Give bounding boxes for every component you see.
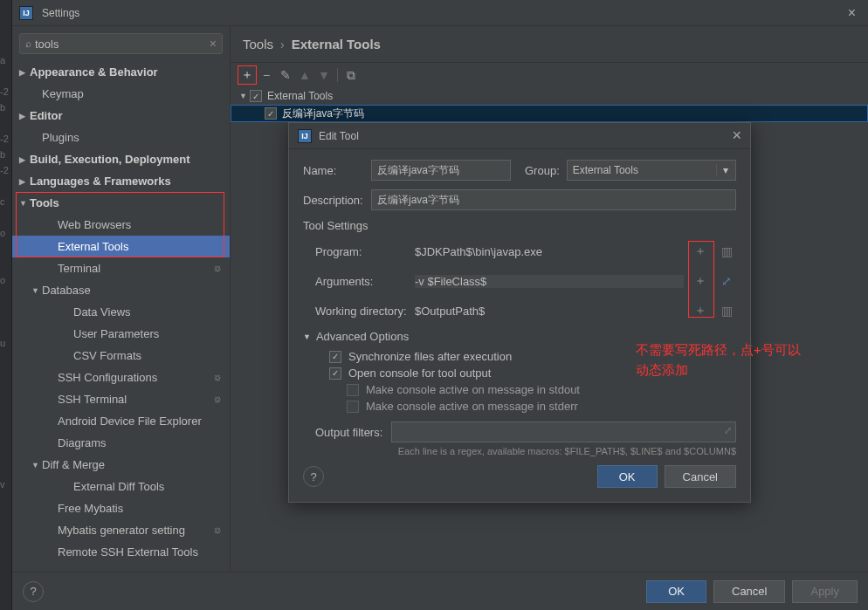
breadcrumb-root[interactable]: Tools bbox=[243, 37, 273, 51]
search-input[interactable] bbox=[35, 38, 210, 51]
program-insert-macro-button[interactable]: ＋ bbox=[691, 241, 710, 262]
sidebar-item-external-tools[interactable]: External Tools bbox=[12, 236, 230, 257]
sidebar-item-remote-ssh-external-tools[interactable]: Remote SSH External Tools bbox=[12, 541, 230, 563]
tree-item-label: User Parameters bbox=[73, 327, 159, 340]
dialog-ok-button[interactable]: OK bbox=[597, 465, 658, 488]
tree-item-label: Database bbox=[42, 284, 91, 297]
sidebar-item-terminal[interactable]: Terminal⛭ bbox=[12, 257, 230, 279]
breadcrumb: Tools › External Tools bbox=[231, 26, 868, 62]
copy-tool-button[interactable]: ⧉ bbox=[341, 65, 361, 85]
workdir-browse-button[interactable]: ▥ bbox=[717, 300, 736, 321]
group-checkbox[interactable]: ✓ bbox=[250, 90, 262, 102]
sidebar-item-free-mybatis[interactable]: Free Mybatis bbox=[12, 497, 230, 519]
sidebar-item-ssh-terminal[interactable]: SSH Terminal⛭ bbox=[12, 388, 230, 410]
settings-ok-button[interactable]: OK bbox=[646, 580, 706, 603]
description-input[interactable] bbox=[371, 189, 736, 210]
workdir-input[interactable]: $OutputPath$ bbox=[415, 305, 684, 318]
tool-item-label: 反编译java字节码 bbox=[282, 106, 364, 121]
sidebar-item-languages-frameworks[interactable]: ▶Languages & Frameworks bbox=[12, 170, 230, 192]
sidebar-item-android-device-file-explorer[interactable]: Android Device File Explorer bbox=[12, 410, 230, 432]
open-console-label: Open console for tool output bbox=[348, 367, 491, 380]
sidebar-item-external-diff-tools[interactable]: External Diff Tools bbox=[12, 476, 230, 497]
sidebar-item-appearance-behavior[interactable]: ▶Appearance & Behavior bbox=[12, 61, 230, 83]
program-input[interactable]: $JDKPath$\bin\javap.exe bbox=[415, 245, 684, 258]
tree-item-label: Plugins bbox=[42, 131, 79, 144]
help-button[interactable]: ? bbox=[23, 581, 44, 602]
annotation-text: 不需要写死路径，点+号可以动态添加 bbox=[636, 340, 801, 380]
tree-item-label: Languages & Frameworks bbox=[30, 175, 171, 188]
name-input[interactable] bbox=[371, 160, 511, 181]
sync-checkbox[interactable]: ✓ bbox=[329, 351, 341, 363]
dialog-help-button[interactable]: ? bbox=[303, 466, 324, 487]
program-browse-button[interactable]: ▥ bbox=[717, 241, 736, 262]
sidebar-item-plugins[interactable]: Plugins bbox=[12, 127, 230, 148]
sidebar-item-mybatis-generator-setting[interactable]: Mybatis generator setting⛭ bbox=[12, 519, 230, 541]
search-box[interactable]: ⌕ × bbox=[19, 33, 223, 54]
sidebar-item-user-parameters[interactable]: User Parameters bbox=[12, 323, 230, 345]
settings-cancel-button[interactable]: Cancel bbox=[713, 580, 785, 603]
tree-item-label: External Tools bbox=[58, 240, 128, 253]
workdir-label: Working directory: bbox=[303, 305, 408, 318]
chevron-down-icon: ▾ bbox=[716, 164, 734, 176]
settings-apply-button[interactable]: Apply bbox=[792, 580, 858, 603]
open-console-checkbox[interactable]: ✓ bbox=[329, 367, 341, 380]
tool-group-row[interactable]: ▼ ✓ External Tools bbox=[231, 87, 868, 105]
sidebar-item-ssh-configurations[interactable]: SSH Configurations⛭ bbox=[12, 367, 230, 388]
tree-item-label: Remote SSH External Tools bbox=[58, 545, 198, 559]
description-label: Description: bbox=[303, 194, 364, 207]
edit-tool-button[interactable]: ✎ bbox=[276, 65, 295, 85]
tree-item-label: Android Device File Explorer bbox=[58, 415, 202, 428]
clear-search-button[interactable]: × bbox=[210, 37, 217, 51]
arguments-insert-macro-button[interactable]: ＋ bbox=[691, 271, 710, 291]
scope-icon: ⛭ bbox=[213, 373, 223, 383]
sidebar-item-web-browsers[interactable]: Web Browsers bbox=[12, 214, 230, 236]
sidebar-item-database[interactable]: ▼Database bbox=[12, 279, 230, 301]
dialog-cancel-button[interactable]: Cancel bbox=[665, 465, 736, 488]
sidebar-item-diff-merge[interactable]: ▼Diff & Merge bbox=[12, 454, 230, 476]
scope-icon: ⛭ bbox=[213, 264, 223, 274]
move-up-button[interactable]: ▲ bbox=[295, 65, 314, 85]
sidebar-item-editor[interactable]: ▶Editor bbox=[12, 105, 230, 127]
tool-checkbox[interactable]: ✓ bbox=[265, 107, 277, 120]
name-label: Name: bbox=[303, 164, 364, 177]
edit-tool-dialog: IJ Edit Tool × Name: Group: External Too… bbox=[288, 122, 751, 503]
output-filters-label: Output filters: bbox=[315, 426, 382, 439]
tree-item-label: Data Views bbox=[73, 305, 131, 319]
expand-icon[interactable]: ⤢ bbox=[724, 425, 732, 436]
add-tool-button[interactable]: ＋ bbox=[238, 65, 257, 85]
sidebar-item-data-views[interactable]: Data Views bbox=[12, 301, 230, 323]
sidebar-item-tools[interactable]: ▼Tools bbox=[12, 192, 230, 214]
sidebar-item-build-execution-deployment[interactable]: ▶Build, Execution, Deployment bbox=[12, 148, 230, 170]
app-logo-icon: IJ bbox=[298, 129, 312, 143]
workdir-insert-macro-button[interactable]: ＋ bbox=[691, 300, 710, 321]
arguments-input[interactable]: -v $FileClass$ bbox=[415, 275, 684, 288]
move-down-button[interactable]: ▼ bbox=[314, 65, 334, 85]
tree-item-label: Diff & Merge bbox=[42, 458, 105, 471]
tree-item-label: SSH Terminal bbox=[58, 393, 127, 406]
remove-tool-button[interactable]: − bbox=[257, 65, 276, 85]
sync-label: Synchronize files after execution bbox=[348, 350, 512, 363]
group-select[interactable]: External Tools ▾ bbox=[567, 160, 736, 181]
tree-arrow-icon: ▶ bbox=[19, 177, 30, 186]
dialog-close-button[interactable]: × bbox=[732, 127, 741, 145]
sidebar-item-diagrams[interactable]: Diagrams bbox=[12, 432, 230, 454]
dialog-title: Edit Tool bbox=[319, 130, 359, 142]
breadcrumb-leaf: External Tools bbox=[292, 37, 381, 51]
stdout-checkbox[interactable] bbox=[347, 384, 359, 396]
arguments-expand-button[interactable]: ⤢ bbox=[717, 271, 736, 291]
settings-tree[interactable]: ▶Appearance & BehaviorKeymap▶EditorPlugi… bbox=[12, 61, 230, 572]
tool-item-row[interactable]: ✓ 反编译java字节码 bbox=[231, 105, 868, 122]
tree-item-label: Mybatis generator setting bbox=[58, 524, 185, 537]
sidebar-item-keymap[interactable]: Keymap bbox=[12, 83, 230, 105]
tree-arrow-icon: ▼ bbox=[31, 461, 42, 469]
tree-item-label: CSV Formats bbox=[73, 349, 141, 362]
sidebar-item-csv-formats[interactable]: CSV Formats bbox=[12, 345, 230, 367]
stdout-label: Make console active on message in stdout bbox=[366, 383, 580, 396]
tree-item-label: Appearance & Behavior bbox=[30, 65, 158, 79]
app-logo-icon: IJ bbox=[19, 6, 33, 20]
tools-list[interactable]: ▼ ✓ External Tools ✓ 反编译java字节码 bbox=[231, 87, 868, 122]
window-close-button[interactable]: × bbox=[843, 5, 861, 21]
output-filters-input[interactable]: ⤢ bbox=[391, 422, 736, 442]
arguments-label: Arguments: bbox=[303, 275, 408, 288]
stderr-checkbox[interactable] bbox=[347, 401, 359, 413]
